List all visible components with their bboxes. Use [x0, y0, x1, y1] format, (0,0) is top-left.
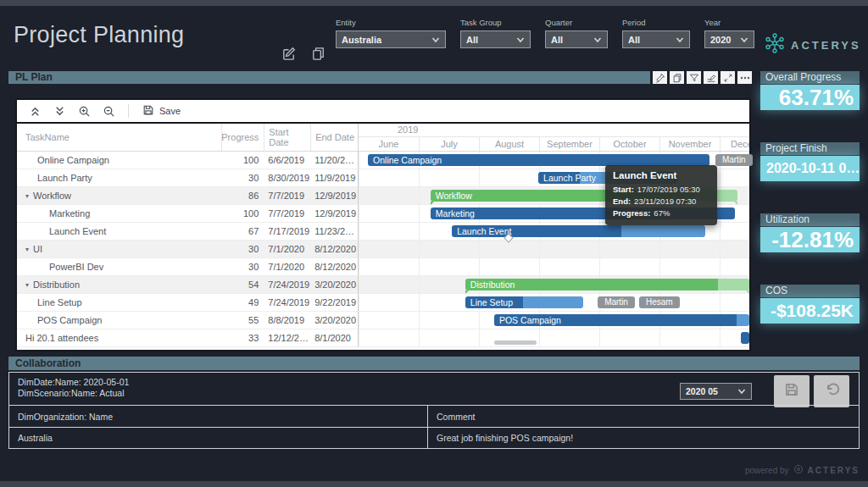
filter-button[interactable] — [687, 71, 701, 84]
task-start-cell: 12/12/2… — [264, 329, 310, 346]
gantt-row-pos-campaign[interactable]: POS Campaign 55 8/8/2019 3/20/2020 POS C… — [17, 312, 749, 329]
month-label: June — [359, 137, 419, 151]
save-icon — [142, 104, 154, 118]
task-name-cell: Marketing — [17, 205, 221, 222]
task-start-cell: 7/1/2020 — [264, 241, 310, 257]
bar-label: Online Campaign — [368, 154, 709, 166]
month-label: December — [720, 137, 749, 151]
annotate-button[interactable] — [704, 71, 718, 84]
filter-select-task-group[interactable]: All — [460, 30, 531, 48]
gantt-save-button[interactable]: Save — [137, 104, 186, 118]
plplan-section-header: PL Plan — [8, 71, 650, 84]
collapse-arrow-icon[interactable]: ▾ — [25, 281, 29, 289]
gantt-row-powerbi-dev[interactable]: PowerBI Dev 30 7/1/2020 8/12/2020 — [17, 258, 749, 276]
filter-value: All — [466, 35, 478, 45]
filter-select-year[interactable]: 2020 — [704, 30, 754, 48]
gantt-column-headers: TaskName Progress Start Date End Date — [17, 124, 359, 151]
copy-button[interactable] — [670, 71, 684, 84]
gantt-row-launch-event[interactable]: Launch Event 67 7/17/2019 11/23/2… Launc… — [17, 223, 749, 241]
collapse-arrow-icon[interactable]: ▾ — [25, 192, 29, 200]
collab-header-organization: DimOrganization: Name — [9, 406, 428, 427]
month-label: October — [599, 137, 659, 151]
more-options-button[interactable] — [737, 71, 752, 84]
toolbar-separator — [128, 104, 129, 118]
task-progress-cell: 67 — [221, 223, 264, 240]
task-end-cell: 8/12/2020 — [310, 258, 358, 275]
chevron-down-icon — [737, 388, 746, 395]
gantt-bar-online-campaign[interactable]: Online Campaign — [368, 154, 709, 166]
save-label: Save — [159, 106, 181, 116]
zoom-out-icon — [103, 105, 115, 118]
tooltip-title: Launch Event — [613, 170, 709, 180]
dashboard: Project Planning Entity Australia Task G… — [0, 0, 868, 487]
period-value: 2020 05 — [686, 386, 718, 396]
task-name-cell: ▾Workflow — [17, 187, 221, 204]
title-actions — [280, 44, 327, 63]
gantt-bar-pos-campaign[interactable]: POS Campaign — [494, 314, 749, 326]
task-progress-cell: 55 — [221, 312, 264, 329]
zoom-out-button[interactable] — [97, 102, 120, 119]
gantt-bar-hi-20-1-attendees[interactable] — [741, 332, 749, 344]
bar-label: Distribution — [465, 279, 749, 291]
filter-select-quarter[interactable]: All — [545, 30, 608, 48]
kpi-column: Overall Progress 63.71% Project Finish 2… — [760, 71, 860, 356]
gantt-row-line-setup[interactable]: Line Setup 49 7/24/2019 9/22/2019 Line S… — [17, 294, 749, 312]
brand-logo[interactable]: ACTERYS — [764, 32, 861, 58]
collab-comment-cell[interactable]: Great job finishing POS campaign! — [428, 428, 859, 448]
column-header-taskname[interactable]: TaskName — [17, 124, 221, 151]
task-name: PowerBI Dev — [49, 262, 103, 272]
month-label: September — [539, 137, 599, 151]
collapse-arrow-icon[interactable]: ▾ — [25, 246, 29, 253]
filter-select-entity[interactable]: Australia — [336, 30, 446, 48]
column-header-startdate[interactable]: Start Date — [264, 124, 310, 151]
gantt-panel: Save TaskName Progress Start Date End Da… — [15, 98, 751, 351]
task-end-cell: 9/22/2019 — [310, 294, 358, 311]
assignee-badge: Martin — [715, 154, 753, 166]
gantt-bar-launch-event[interactable]: Launch Event — [452, 225, 705, 237]
period-select[interactable]: 2020 05 — [680, 383, 752, 400]
task-progress-cell: 30 — [221, 241, 264, 257]
collapse-all-button[interactable] — [24, 102, 46, 119]
assignee-badge: Hesam — [639, 296, 680, 308]
copy-icon — [672, 73, 682, 83]
timeline-row — [359, 258, 749, 276]
focus-mode-button[interactable] — [721, 71, 735, 84]
tooltip-progress-value: 67% — [654, 208, 670, 218]
gantt-row-distribution[interactable]: ▾Distribution 54 7/24/2019 3/20/2020 Dis… — [17, 276, 749, 294]
gantt-bar-line-setup[interactable]: Line Setup — [465, 296, 583, 308]
task-name-cell: Launch Party — [17, 169, 221, 186]
timeline-row — [359, 241, 749, 258]
collab-header-row: DimOrganization: Name Comment — [9, 406, 859, 427]
task-start-cell: 7/24/2019 — [264, 294, 310, 311]
task-start-cell: 7/1/2020 — [264, 258, 310, 275]
gantt-tooltip: Launch Event Start:17/07/2019 05:30 End:… — [605, 165, 717, 225]
task-cells: Launch Event 67 7/17/2019 11/23/2… — [17, 223, 359, 241]
gantt-bar-distribution[interactable]: Distribution — [465, 279, 749, 291]
task-end-cell: 11/20/2… — [310, 152, 358, 169]
footer-brand: ACTERYS — [808, 466, 860, 475]
task-cells: ▾UI 30 7/1/2020 8/12/2020 — [17, 241, 359, 258]
edit-icon[interactable] — [280, 44, 298, 63]
task-progress-cell: 33 — [221, 329, 264, 346]
expand-all-button[interactable] — [48, 102, 70, 119]
column-header-enddate[interactable]: End Date — [310, 124, 358, 151]
kpi-value: -12.81% — [760, 227, 860, 252]
timeline-header: 2019 JuneJulyAugustSeptemberOctoberNovem… — [359, 124, 749, 151]
bar-label: POS Campaign — [494, 314, 749, 326]
zoom-in-button[interactable] — [73, 102, 95, 119]
filter-select-period[interactable]: All — [622, 30, 690, 48]
gantt-row-hi-20-1-attendees[interactable]: Hi 20.1 attendees 33 12/12/2… 8/1/2020 — [17, 329, 749, 347]
gantt-row-ui[interactable]: ▾UI 30 7/1/2020 8/12/2020 — [17, 241, 749, 258]
comment-save-button[interactable] — [774, 375, 810, 407]
task-name: POS Campaign — [37, 315, 102, 325]
task-name-cell: Hi 20.1 attendees — [17, 329, 221, 346]
copy-page-icon[interactable] — [309, 44, 327, 63]
task-progress-cell: 30 — [221, 169, 264, 186]
annotate-icon — [706, 73, 716, 83]
kpi-card-project-finish: Project Finish 2020-10-11 0… — [760, 142, 860, 181]
column-header-progress[interactable]: Progress — [221, 124, 264, 151]
pin-button[interactable] — [653, 71, 667, 84]
comment-undo-button[interactable] — [814, 375, 849, 407]
horizontal-scrollbar-thumb[interactable] — [494, 340, 537, 345]
filter-quarter: Quarter All — [545, 18, 608, 48]
